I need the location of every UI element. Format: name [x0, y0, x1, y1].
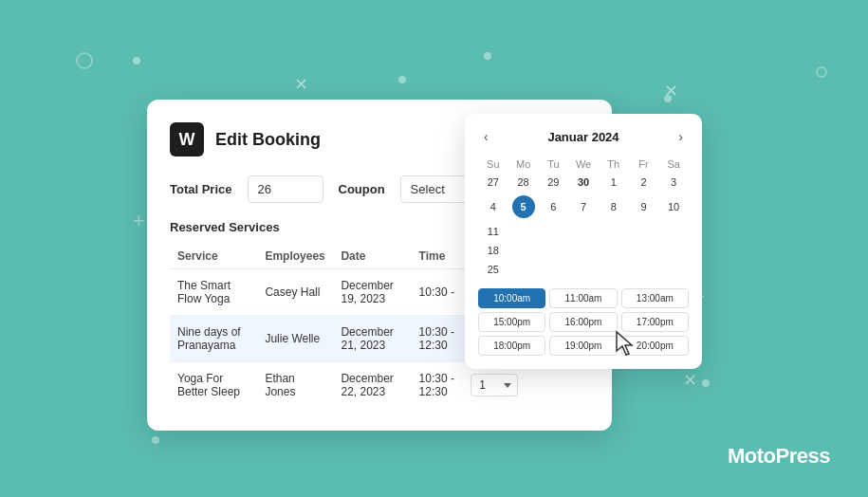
card-title: Edit Booking: [215, 130, 321, 150]
calendar-day[interactable]: 9: [629, 192, 659, 222]
calendar-day[interactable]: 2: [629, 173, 659, 192]
time-slot-button[interactable]: 11:00am: [549, 288, 617, 308]
prev-month-button[interactable]: ‹: [478, 127, 494, 146]
service-name: Yoga For Better Sleep: [170, 362, 257, 409]
col-header-date: Date: [333, 244, 411, 269]
total-price-input[interactable]: [248, 175, 323, 203]
time-slot-button[interactable]: 13:00am: [621, 288, 689, 308]
day-of-week-tu: Tu: [539, 156, 569, 173]
calendar-day[interactable]: 11: [478, 222, 508, 241]
coupon-label: Coupon: [339, 182, 385, 196]
calendar-card: ‹ Januar 2024 › Su Mo Tu We Th Fr Sa 27 …: [465, 114, 702, 369]
time-slot-button[interactable]: 15:00pm: [478, 312, 545, 332]
service-date: December 19, 2023: [333, 269, 411, 316]
service-date: December 22, 2023: [333, 362, 411, 409]
employee-name: Julie Welle: [257, 316, 333, 362]
calendar-month-title: Januar 2024: [547, 130, 619, 144]
service-name: The Smart Flow Yoga: [170, 269, 257, 316]
wp-logo-icon: W: [170, 122, 204, 156]
calendar-day[interactable]: 6: [539, 192, 569, 222]
day-of-week-sa: Sa: [658, 156, 689, 173]
day-of-week-th: Th: [599, 156, 629, 173]
calendar-day[interactable]: 7: [568, 192, 599, 222]
calendar-day[interactable]: 29: [539, 173, 569, 192]
calendar-day[interactable]: 27: [478, 173, 508, 192]
calendar-day[interactable]: 18: [478, 241, 508, 260]
day-of-week-su: Su: [478, 156, 508, 173]
calendar-day[interactable]: 3: [658, 173, 689, 192]
calendar-day[interactable]: 8: [599, 192, 629, 222]
col-header-time: Time: [412, 244, 464, 269]
employee-name: Casey Hall: [257, 269, 333, 316]
calendar-grid: Su Mo Tu We Th Fr Sa 27 28 29 30 1 2 3 4…: [478, 156, 689, 279]
calendar-day[interactable]: 10: [658, 192, 689, 222]
time-slot-button[interactable]: 19:00pm: [549, 336, 617, 356]
time-slot-button[interactable]: 18:00pm: [478, 336, 545, 356]
calendar-day[interactable]: 1: [599, 173, 629, 192]
service-date: December 21, 2023: [333, 316, 411, 362]
col-header-employees: Employees: [257, 244, 333, 269]
service-time: 10:30 -: [412, 269, 464, 316]
day-of-week-we: We: [568, 156, 599, 173]
employee-name: Ethan Jones: [257, 362, 333, 409]
time-slots-grid: 10:00am 11:00am 13:00am 15:00pm 16:00pm …: [478, 288, 689, 356]
cursor-icon: [615, 330, 637, 357]
calendar-day-today[interactable]: 5: [508, 192, 539, 222]
time-slot-button[interactable]: 16:00pm: [549, 312, 617, 332]
time-slot-button[interactable]: 17:00pm: [621, 312, 689, 332]
total-price-label: Total Price: [170, 182, 232, 196]
service-name: Nine days of Pranayama: [170, 316, 257, 362]
service-time: 10:30 - 12:30: [412, 316, 464, 362]
calendar-day[interactable]: 25: [478, 260, 508, 279]
svg-marker-0: [617, 332, 632, 355]
day-of-week-mo: Mo: [508, 156, 539, 173]
calendar-day[interactable]: 28: [508, 173, 539, 192]
qty-select[interactable]: 1: [471, 374, 518, 396]
service-time: 10:30 - 12:30: [412, 362, 464, 409]
next-month-button[interactable]: ›: [673, 127, 689, 146]
calendar-day[interactable]: 30: [568, 173, 599, 192]
motopress-branding: MotoPress: [728, 444, 830, 469]
calendar-nav: ‹ Januar 2024 ›: [478, 127, 689, 146]
day-of-week-fr: Fr: [629, 156, 659, 173]
time-slot-button[interactable]: 10:00am: [478, 288, 545, 308]
col-header-service: Service: [170, 244, 257, 269]
calendar-day[interactable]: 4: [478, 192, 508, 222]
